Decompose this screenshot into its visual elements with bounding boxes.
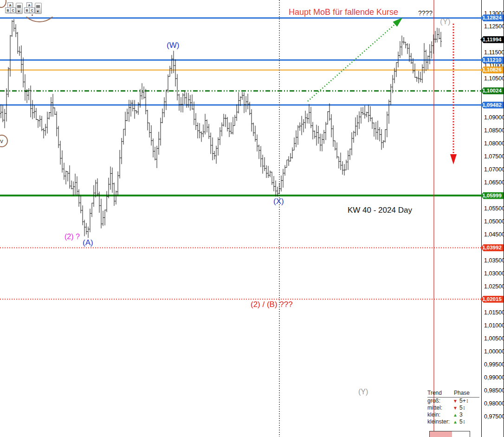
trend-phase-header: Trend Phase: [427, 390, 479, 398]
up-triangle-icon: ▲: [453, 411, 459, 418]
y-axis-tick-label: 1,07000: [484, 166, 504, 173]
trend-phase-row: groß:▼5+↕: [427, 398, 479, 404]
price-level-badge: 1,12824: [480, 14, 504, 21]
wave-w: (W): [167, 41, 179, 50]
chart-application-window: 1,130001,125001,120001,115001,110001,105…: [0, 0, 504, 437]
headline-haupt-mob: Haupt MoB für fallende Kurse: [289, 7, 398, 17]
y-axis-tick-label: 1,08500: [484, 127, 504, 134]
price-axis[interactable]: 1,130001,125001,120001,115001,110001,105…: [481, 0, 504, 437]
mini-progress-fill: [430, 431, 452, 437]
wave-2b-question: (2) / (B) ???: [251, 300, 293, 309]
chart-caption: KW 40 - 2024 Day: [348, 206, 412, 215]
ohlc-price-bars: [0, 19, 442, 238]
trend-phase-rows: groß:▼5+↕mittel:▼5↕klein:▲3kleinster:▲5↕: [427, 398, 479, 425]
wave-y-bottom: (Y): [358, 388, 368, 396]
y-axis-tick-label: 1,06500: [484, 179, 504, 186]
price-level-badge: 1,03992: [480, 244, 504, 251]
green-projection-arrow: [308, 22, 398, 101]
y-axis-tick-label: 1,01500: [484, 309, 504, 316]
y-axis-tick-label: 1,08000: [484, 140, 504, 147]
wave-y-top: (Y): [440, 17, 451, 26]
current-price-badge: 1,11994: [480, 36, 504, 43]
wave-x: (X): [273, 197, 284, 206]
mini-progress-box: [429, 431, 470, 437]
red-projection-arrow-head: [450, 154, 457, 164]
price-level-badge: 1,05999: [480, 192, 504, 199]
y-axis-tick-label: 0,98000: [484, 400, 504, 407]
trend-row-label: mittel:: [427, 404, 453, 411]
y-axis-tick-label: 1,12500: [484, 23, 504, 30]
trend-row-label: kleinster:: [427, 418, 453, 425]
dropdown-arrow-icon: ▼: [17, 10, 20, 13]
y-axis-tick-label: 1,03000: [484, 270, 504, 277]
y-axis-tick-label: 1,05500: [484, 205, 504, 212]
y-axis-tick-label: 1,00000: [484, 348, 504, 355]
price-level-badge: 1,10024: [480, 87, 504, 94]
price-level-badge: 1,02015: [480, 296, 504, 303]
y-axis-tick-label: 1,04500: [484, 231, 504, 238]
y-axis-tick-label: 1,00500: [484, 335, 504, 342]
dropdown-preview-swatch: [17, 5, 21, 8]
trend-row-label: klein:: [427, 411, 453, 418]
y-axis-tick-label: 1,03500: [484, 257, 504, 264]
green-projection-arrow-head: [393, 18, 402, 27]
y-axis-tick-label: 1,11500: [484, 49, 504, 56]
annotation-dot: [32, 14, 33, 16]
y-axis-tick-label: 0,99000: [484, 374, 504, 381]
phase-value: 5↕: [459, 418, 479, 425]
wave-2-question: (2) ?: [65, 233, 80, 241]
price-chart-plot[interactable]: [0, 0, 481, 437]
y-axis-tick-label: 1,09000: [484, 114, 504, 121]
y-axis-tick-label: 1,05000: [484, 218, 504, 225]
y-axis-tick-label: 1,07500: [484, 153, 504, 160]
block-letter-c: C: [10, 7, 16, 13]
down-triangle-icon: ▼: [453, 398, 459, 404]
y-axis-tick-label: 1,02500: [484, 283, 504, 290]
down-triangle-icon: ▼: [453, 404, 459, 411]
phase-header-label: Phase: [454, 390, 470, 396]
y-axis-tick-label: 1,10500: [484, 75, 504, 82]
question-marks: ????: [418, 9, 433, 17]
trend-phase-row: mittel:▼5↕: [427, 404, 479, 411]
trend-header-label: Trend: [427, 390, 454, 396]
y-axis-tick-label: 0,97500: [484, 413, 504, 420]
y-axis-tick-label: 1,01000: [484, 322, 504, 329]
trend-phase-row: klein:▲3: [427, 411, 479, 418]
phase-value: 3: [459, 411, 479, 418]
phase-value: 5+↕: [459, 398, 479, 404]
trend-phase-row: kleinster:▲5↕: [427, 418, 479, 425]
y-axis-tick-label: 0,99500: [484, 361, 504, 368]
phase-value: 5↕: [459, 404, 479, 411]
price-level-badge: 1,09482: [480, 102, 504, 109]
wave-a: (A): [83, 238, 93, 248]
text-label-tool-button[interactable]: A B C: [5, 2, 15, 14]
trend-row-label: groß:: [427, 398, 453, 404]
price-level-badge: 1,10826: [480, 66, 504, 73]
trend-phase-panel: Trend Phase groß:▼5+↕mittel:▼5↕klein:▲3k…: [427, 390, 479, 425]
y-axis-tick-label: 0,98500: [484, 387, 504, 394]
up-triangle-icon: ▲: [453, 418, 459, 425]
price-level-badge: 1,11210: [480, 57, 504, 64]
